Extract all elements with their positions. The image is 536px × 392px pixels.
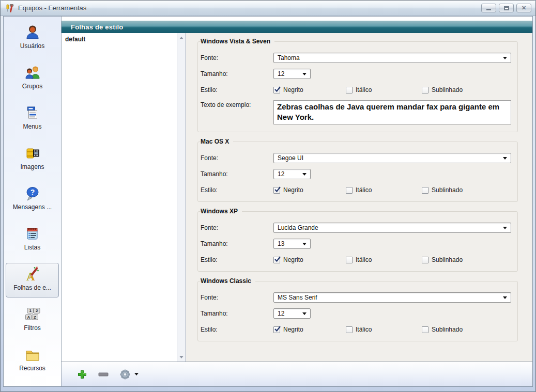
list-item-default[interactable]: default xyxy=(62,34,177,44)
sidebar-item-grupos[interactable]: Grupos xyxy=(6,61,59,96)
underline-checkbox-group[interactable]: Sublinhado xyxy=(422,86,463,93)
chevron-down-icon xyxy=(302,243,307,245)
chevron-down-icon xyxy=(503,57,507,59)
chevron-down-icon xyxy=(302,173,307,176)
font-select[interactable]: MS Sans Serif xyxy=(273,292,511,303)
scroll-down-button[interactable] xyxy=(178,354,185,360)
main-area: Folhas de estilo default xyxy=(62,17,532,386)
sidebar-item-label: Grupos xyxy=(22,83,42,90)
sidebar-item-imagens[interactable]: Imagens xyxy=(6,142,59,177)
bold-checkbox-group[interactable]: Negrito xyxy=(273,86,346,93)
underline-checkbox-group[interactable]: Sublinhado xyxy=(422,326,463,333)
font-select-value: Lucida Grande xyxy=(278,224,318,231)
group-windows-vista-seven: Windows Vista & Seven Fonte: Tahoma Tama… xyxy=(197,41,518,132)
underline-checkbox[interactable] xyxy=(422,187,428,194)
italic-checkbox-group[interactable]: Itálico xyxy=(346,326,422,333)
sidebar-item-label: Recursos xyxy=(19,365,45,372)
sample-label: Texto de exemplo: xyxy=(201,100,273,108)
underline-checkbox-group[interactable]: Sublinhado xyxy=(422,256,463,263)
check-icon xyxy=(274,186,281,193)
italic-checkbox[interactable] xyxy=(346,87,353,93)
chevron-down-icon xyxy=(134,373,139,375)
sidebar-item-recursos[interactable]: Recursos xyxy=(6,343,59,378)
scroll-up-icon xyxy=(179,37,183,39)
italic-checkbox-group[interactable]: Itálico xyxy=(346,86,422,93)
bold-checkbox-group[interactable]: Negrito xyxy=(273,256,346,263)
sidebar-item-menus[interactable]: Menus xyxy=(6,102,59,136)
app-window: Equipos - Ferramentas ✕ Usuários xyxy=(0,0,536,392)
section-title: Folhas de estilo xyxy=(71,23,123,31)
size-select[interactable]: 13 xyxy=(273,239,311,249)
minus-icon xyxy=(98,372,109,377)
sidebar-item-label: Filtros xyxy=(24,324,41,332)
filter-keys-icon: 12 AZ xyxy=(24,305,41,324)
italic-checkbox[interactable] xyxy=(346,187,353,194)
close-button[interactable]: ✕ xyxy=(516,4,531,12)
minimize-button[interactable] xyxy=(481,4,496,12)
sidebar-item-mensagens[interactable]: ? Mensagens ... xyxy=(6,182,59,217)
scroll-up-button[interactable] xyxy=(178,35,185,41)
bold-checkbox[interactable] xyxy=(273,326,280,333)
size-select[interactable]: 12 xyxy=(273,69,311,79)
bold-checkbox[interactable] xyxy=(273,87,280,93)
sidebar-item-label: Listas xyxy=(24,244,40,251)
svg-text:?: ? xyxy=(30,188,35,196)
underline-checkbox[interactable] xyxy=(422,257,428,263)
sidebar-item-usuarios[interactable]: Usuários xyxy=(6,21,59,56)
size-select[interactable]: 12 xyxy=(273,169,311,179)
bold-checkbox-label: Negrito xyxy=(283,256,303,263)
sample-text-box: Zebras caolhas de Java querem mandar fax… xyxy=(273,100,511,124)
underline-checkbox-label: Sublinhado xyxy=(432,256,463,263)
stylesheet-list[interactable]: default xyxy=(62,33,177,362)
minimize-icon xyxy=(486,9,491,10)
italic-checkbox-group[interactable]: Itálico xyxy=(346,186,422,194)
italic-checkbox[interactable] xyxy=(346,257,353,263)
sidebar-item-label: Menus xyxy=(23,123,41,130)
maximize-icon xyxy=(504,6,509,10)
svg-text:1: 1 xyxy=(29,308,32,313)
underline-checkbox[interactable] xyxy=(422,326,428,333)
size-label: Tamanho: xyxy=(201,70,273,77)
category-sidebar: Usuários Grupos xyxy=(4,17,62,386)
font-select[interactable]: Segoe UI xyxy=(273,153,511,163)
bold-checkbox-group[interactable]: Negrito xyxy=(273,186,346,194)
maximize-button[interactable] xyxy=(499,4,514,12)
bold-checkbox[interactable] xyxy=(273,187,280,194)
sidebar-item-folhas-de-estilo[interactable]: A Folhas de e... xyxy=(6,263,59,297)
stylesheet-list-panel: default xyxy=(62,33,186,362)
film-roll-icon xyxy=(24,144,41,163)
font-select[interactable]: Lucida Grande xyxy=(273,223,511,233)
size-label: Tamanho: xyxy=(201,310,273,317)
underline-checkbox-group[interactable]: Sublinhado xyxy=(422,186,463,194)
bold-checkbox-label: Negrito xyxy=(283,326,303,333)
font-select[interactable]: Tahoma xyxy=(273,53,511,63)
group-windows-xp: Windows XP Fonte: Lucida Grande Tamanho: xyxy=(197,211,518,272)
remove-button[interactable] xyxy=(98,372,109,377)
font-label: Fonte: xyxy=(201,54,273,61)
underline-checkbox-label: Sublinhado xyxy=(432,326,463,333)
italic-checkbox-group[interactable]: Itálico xyxy=(346,256,422,263)
sidebar-item-listas[interactable]: Listas xyxy=(6,223,59,257)
check-icon xyxy=(274,86,281,93)
size-select-value: 13 xyxy=(278,240,284,247)
size-select[interactable]: 12 xyxy=(273,308,311,319)
chevron-down-icon xyxy=(503,227,507,229)
header-gap xyxy=(62,17,532,21)
font-label: Fonte: xyxy=(201,154,273,162)
chevron-down-icon xyxy=(503,296,507,299)
chevron-down-icon xyxy=(302,73,307,75)
add-button[interactable] xyxy=(77,369,87,380)
close-icon: ✕ xyxy=(522,5,526,11)
list-scrollbar[interactable] xyxy=(177,33,186,362)
menu-window-icon xyxy=(24,104,41,122)
bold-checkbox[interactable] xyxy=(273,257,280,263)
bold-checkbox-label: Negrito xyxy=(283,86,303,93)
underline-checkbox[interactable] xyxy=(422,87,428,93)
font-select-value: Tahoma xyxy=(278,54,300,61)
sidebar-item-filtros[interactable]: 12 AZ Filtros xyxy=(6,303,59,338)
chevron-down-icon xyxy=(503,157,507,160)
actions-menu-button[interactable] xyxy=(119,369,139,380)
bold-checkbox-group[interactable]: Negrito xyxy=(273,326,346,333)
style-label: Estilo: xyxy=(201,256,273,263)
italic-checkbox[interactable] xyxy=(346,326,353,333)
